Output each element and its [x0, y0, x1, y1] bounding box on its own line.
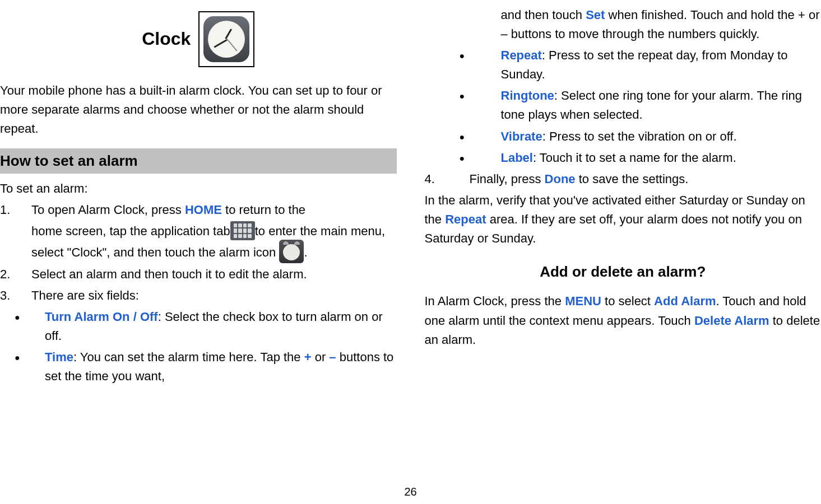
- field-turn-alarm: Turn Alarm On / Off: [45, 310, 158, 324]
- add-a: In Alarm Clock, press the: [425, 294, 565, 308]
- bullet-icon: [425, 86, 501, 124]
- list-item: 4. Finally, press Done to save the setti…: [425, 170, 822, 189]
- bullet-icon: [425, 127, 501, 146]
- bullet-icon: [425, 46, 501, 84]
- field-time-text-a: : You can set the alarm time here. Tap t…: [73, 350, 304, 364]
- ordered-list: 1. To open Alarm Clock, press HOME to re…: [0, 200, 397, 386]
- field-vibrate-text: : Press to set the vibration on or off.: [542, 129, 737, 143]
- section-heading-add-delete: Add or delete an alarm?: [425, 260, 822, 283]
- field-time-mid: or: [312, 350, 330, 364]
- minus-keyword: –: [329, 350, 336, 364]
- bullet-list: Turn Alarm On / Off: Select the check bo…: [0, 307, 397, 386]
- field-repeat: Repeat: [501, 48, 542, 62]
- bullet-icon: [0, 348, 45, 386]
- title-row: Clock: [0, 11, 397, 67]
- set-keyword: Set: [586, 8, 605, 22]
- right-column: and then touch Set when finished. Touch …: [425, 6, 822, 470]
- step1-text-e: .: [304, 245, 307, 259]
- note-paragraph: In the alarm, verify that you've activat…: [425, 191, 822, 248]
- field-vibrate: Vibrate: [501, 129, 542, 143]
- step4-text-b: to save the settings.: [576, 172, 689, 186]
- left-column: Clock Your mobile phone has a built-in a…: [0, 6, 397, 470]
- step2-text: Select an alarm and then touch it to edi…: [31, 265, 397, 284]
- page-title: Clock: [142, 25, 191, 53]
- step1-text-b: to return to the: [222, 203, 305, 217]
- bullet-list-right: Repeat: Press to set the repeat day, fro…: [425, 46, 822, 167]
- add-delete-paragraph: In Alarm Clock, press the MENU to select…: [425, 292, 822, 349]
- field-label: Label: [501, 151, 533, 165]
- time-continued: and then touch Set when finished. Touch …: [425, 6, 822, 44]
- plus-keyword: +: [304, 350, 312, 364]
- done-keyword: Done: [545, 172, 576, 186]
- delete-alarm-keyword: Delete Alarm: [694, 314, 769, 328]
- step4-text-a: Finally, press: [470, 172, 545, 186]
- list-number: 1.: [0, 200, 31, 220]
- field-label-text: : Touch it to set a name for the alarm.: [533, 151, 736, 165]
- repeat-keyword: Repeat: [445, 212, 486, 226]
- step1-continued: home screen, tap the application tabto e…: [0, 222, 397, 265]
- list-number: 2.: [0, 265, 31, 284]
- bullet-item: Repeat: Press to set the repeat day, fro…: [425, 46, 822, 84]
- section-heading-how-to-set: How to set an alarm: [0, 148, 397, 173]
- add-alarm-keyword: Add Alarm: [654, 294, 716, 308]
- bullet-icon: [0, 307, 45, 346]
- bullet-item: Vibrate: Press to set the vibration on o…: [425, 127, 822, 146]
- list-number: 3.: [0, 286, 31, 305]
- clock-icon: [198, 11, 254, 67]
- step1-text: To open Alarm Clock, press: [31, 203, 185, 217]
- list-item: 1. To open Alarm Clock, press HOME to re…: [0, 200, 397, 220]
- field-repeat-text: : Press to set the repeat day, from Mond…: [501, 48, 788, 81]
- bullet-item: Turn Alarm On / Off: Select the check bo…: [0, 307, 397, 346]
- list-item: 2. Select an alarm and then touch it to …: [0, 265, 397, 284]
- bullet-item: Time: You can set the alarm time here. T…: [0, 348, 397, 386]
- intro-paragraph: Your mobile phone has a built-in alarm c…: [0, 81, 397, 138]
- to-set-label: To set an alarm:: [0, 179, 397, 198]
- page-number: 26: [0, 486, 821, 498]
- alarm-clock-icon: [279, 240, 304, 263]
- bullet-item: Ringtone: Select one ring tone for your …: [425, 86, 822, 124]
- apps-grid-icon: [230, 221, 255, 240]
- add-b: to select: [601, 294, 654, 308]
- menu-keyword: MENU: [565, 294, 601, 308]
- step1-text-c: home screen, tap the application tab: [31, 224, 230, 238]
- field-time: Time: [45, 350, 73, 364]
- list-item: 3. There are six fields:: [0, 286, 397, 305]
- list-number: 4.: [425, 170, 470, 189]
- home-keyword: HOME: [185, 203, 222, 217]
- bullet-icon: [425, 148, 501, 167]
- field-ringtone: Ringtone: [501, 88, 554, 102]
- step3-text: There are six fields:: [31, 286, 397, 305]
- bullet-item: Label: Touch it to set a name for the al…: [425, 148, 822, 167]
- time-cont-a: and then touch: [501, 8, 586, 22]
